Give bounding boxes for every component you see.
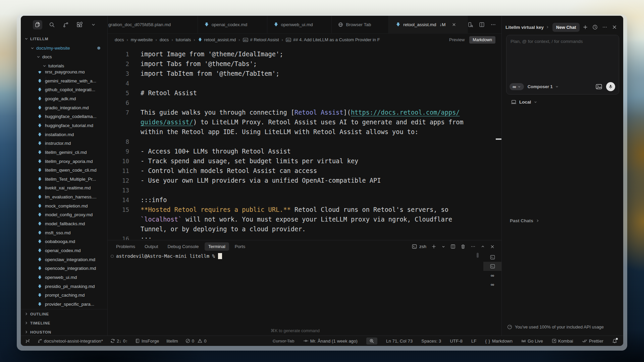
breadcrumb-file[interactable]: retool_assist.md — [198, 37, 236, 42]
status-sync[interactable]: 2↓ 0↑ — [110, 339, 128, 344]
terminal-dropdown-icon[interactable] — [441, 245, 445, 249]
section-outline[interactable]: OUTLINE — [21, 309, 107, 318]
status-indentation[interactable]: Spaces: 3 — [421, 339, 441, 344]
status-language[interactable]: { } Markdown — [485, 339, 513, 344]
agent-terminal-infinity-icon[interactable]: ∞ — [483, 280, 501, 289]
zoom-button[interactable] — [366, 338, 377, 345]
voice-input-button[interactable] — [606, 82, 615, 91]
status-cursor-tab[interactable]: Cursor Tab — [273, 339, 294, 344]
status-eol[interactable]: LF — [471, 339, 476, 344]
file-item[interactable]: huggingface_tutorial.md — [21, 121, 107, 130]
tab-problems[interactable]: Problems — [116, 244, 135, 249]
tab-debug-console[interactable]: Debug Console — [168, 244, 199, 249]
chat-input-box[interactable]: Plan, @ for context, / for commands ∞ Co… — [506, 35, 619, 95]
status-git-blame[interactable]: Mr. Ånand (1 week ago) — [303, 339, 358, 344]
file-item[interactable]: litellm_Test_Multiple_Pr... — [21, 175, 107, 184]
add-chat-icon[interactable] — [583, 24, 588, 30]
file-item[interactable]: model_fallbacks.md — [21, 219, 107, 228]
more-chat-icon[interactable] — [602, 24, 607, 30]
file-item[interactable]: oobabooga.md — [21, 237, 107, 246]
kill-terminal-icon[interactable] — [461, 244, 466, 249]
history-icon[interactable] — [592, 24, 598, 30]
file-item[interactable]: model_config_proxy.md — [21, 210, 107, 219]
status-cursor-position[interactable]: Ln 71, Col 73 — [386, 339, 413, 344]
file-item[interactable]: opencode_integration.md — [21, 264, 107, 273]
file-item[interactable]: presidio_pii_masking.md — [21, 282, 107, 291]
file-item[interactable]: openclaw_integration.md — [21, 255, 107, 264]
status-litellm[interactable]: litellm — [166, 339, 178, 344]
maximize-panel-icon[interactable] — [481, 244, 485, 249]
split-editor-icon[interactable] — [479, 22, 485, 27]
new-terminal-icon[interactable] — [431, 244, 436, 249]
shell-indicator[interactable]: zsh — [412, 244, 426, 249]
tab-plan-md[interactable]: gration_doc_d075fd58.plan.md — [108, 16, 198, 33]
breadcrumb-h2[interactable]: abc ## 4. Add LiteLLM as a Custom Provid… — [286, 37, 380, 42]
tree-root-litellm[interactable]: LITELLM — [21, 34, 107, 43]
file-item[interactable]: openai_codex.md — [21, 246, 107, 255]
file-item[interactable]: instructor.md — [21, 139, 107, 148]
code-editor[interactable]: 1import Image from '@theme/IdealImage';2… — [108, 46, 501, 240]
file-item[interactable]: gemini_realtime_with_a... — [21, 76, 107, 85]
tree-folder-tutorials[interactable]: tutorials — [21, 61, 107, 70]
file-item[interactable]: github_copilot_integrati... — [21, 85, 107, 94]
status-problems[interactable]: 0 0 — [185, 339, 207, 344]
file-item[interactable]: livekit_xai_realtime.md — [21, 183, 107, 192]
file-item[interactable]: lm_evaluation_harness.... — [21, 192, 107, 201]
section-timeline[interactable]: TIMELINE — [21, 318, 107, 327]
status-prettier[interactable]: Prettier — [582, 339, 603, 344]
file-item[interactable]: openweb_ui.md — [21, 273, 107, 282]
notifications-button[interactable] — [612, 339, 617, 344]
terminal-instance-selected[interactable] — [483, 262, 501, 271]
tab-browser-tab[interactable]: Browser Tab — [332, 16, 389, 33]
file-item[interactable]: msft_sso.md — [21, 228, 107, 237]
file-item[interactable]: gradio_integration.md — [21, 103, 107, 112]
tree-folder-docs[interactable]: docs — [21, 52, 107, 61]
section-houston[interactable]: HOUSTON — [21, 327, 107, 337]
file-item[interactable]: provider_specific_para... — [21, 300, 107, 309]
tab-output[interactable]: Output — [145, 244, 158, 249]
file-item[interactable]: prompt_caching.md — [21, 291, 107, 300]
preview-toggle[interactable]: Preview — [449, 37, 465, 42]
terminal-scrollbar[interactable] — [477, 253, 479, 258]
tab-terminal[interactable]: Terminal — [205, 242, 229, 251]
breadcrumb-tutorials[interactable]: tutorials — [176, 37, 191, 42]
breadcrumb-my-website[interactable]: my-website — [131, 37, 153, 42]
more-terminal-icon[interactable] — [471, 244, 476, 249]
status-kombai[interactable]: Kombai — [552, 339, 573, 344]
breadcrumb-h1[interactable]: abc # Retool Assist — [243, 37, 279, 42]
model-selector[interactable]: Composer 1 — [528, 84, 559, 89]
terminal-instance[interactable] — [483, 253, 501, 262]
terminal-prompt-line[interactable]: astrodevil@Astro-Mac-mini litellm % — [111, 253, 222, 259]
tab-retool-assist[interactable]: retool_assist.md ↓M — [389, 16, 468, 33]
open-changes-icon[interactable] — [468, 22, 473, 27]
markdown-mode-badge[interactable]: Markdown — [469, 36, 495, 44]
more-actions-icon[interactable] — [490, 22, 496, 27]
breadcrumb-docs2[interactable]: docs — [160, 37, 169, 42]
agent-mode-selector[interactable]: ∞ — [509, 83, 524, 90]
new-chat-tab[interactable]: New Chat — [552, 23, 580, 32]
attach-image-button[interactable] — [596, 84, 602, 89]
file-item[interactable]: litellm_proxy_aporia.md — [21, 157, 107, 166]
remote-indicator[interactable] — [25, 339, 30, 344]
close-tab-icon[interactable] — [452, 22, 456, 27]
close-chat-icon[interactable] — [612, 24, 617, 30]
breadcrumb-docs[interactable]: docs — [115, 37, 124, 42]
split-terminal-icon[interactable] — [450, 244, 455, 249]
status-branch[interactable]: docs/retool-assist-integration* — [38, 339, 103, 344]
tab-ports[interactable]: Ports — [235, 244, 246, 249]
environment-selector[interactable]: Local — [511, 100, 537, 105]
status-go-live[interactable]: Go Live — [521, 339, 543, 344]
close-panel-icon[interactable] — [490, 244, 495, 249]
file-item[interactable]: mock_completion.md — [21, 201, 107, 210]
tree-folder-docs-my-website[interactable]: docs/my-website — [21, 44, 107, 53]
status-encoding[interactable]: UTF-8 — [450, 339, 463, 344]
tab-openai-codex[interactable]: openai_codex.md — [198, 16, 267, 33]
file-item[interactable]: litellm_qwen_code_cli.md — [21, 166, 107, 175]
file-item[interactable]: installation.md — [21, 130, 107, 139]
file-item[interactable]: huggingface_codellama... — [21, 112, 107, 121]
file-item[interactable]: litellm_gemini_cli.md — [21, 148, 107, 157]
tab-openweb-ui[interactable]: openweb_ui.md — [267, 16, 332, 33]
status-insforge[interactable]: InsForge — [135, 339, 159, 344]
file-item[interactable]: google_adk.md — [21, 94, 107, 103]
past-chats[interactable]: Past Chats — [510, 218, 539, 223]
